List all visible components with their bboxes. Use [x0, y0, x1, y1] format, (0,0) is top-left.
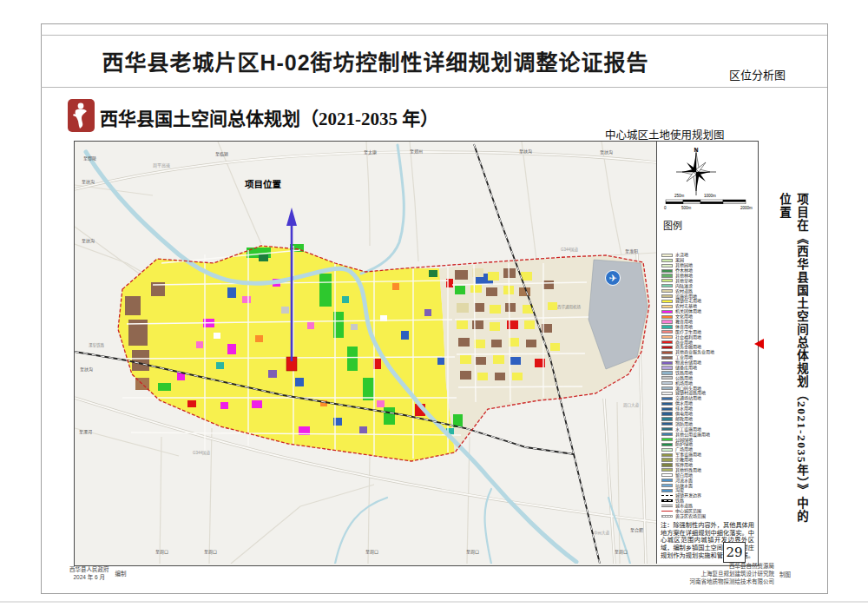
airport-icon: ✈ — [606, 271, 621, 286]
legend-swatch — [661, 412, 673, 415]
map-label: 至周口 — [155, 549, 168, 555]
credit-left-org: 西华县人民政府 — [69, 565, 109, 573]
svg-text:1000m: 1000m — [704, 194, 716, 198]
plan-title: 西华县国土空间总体规划（2021-2035 年） — [100, 104, 438, 130]
legend-label: 机场用地 — [675, 381, 693, 386]
svg-text:500m: 500m — [681, 206, 692, 210]
north-arrow-icon: N — [666, 143, 727, 199]
legend-swatch — [661, 515, 673, 518]
legend-swatch — [661, 269, 673, 273]
legend-swatch — [661, 417, 673, 420]
legend-swatch — [661, 458, 673, 461]
map-label: 至扶沟 — [519, 149, 532, 155]
legend-swatch — [661, 356, 673, 360]
legend-swatch — [661, 463, 673, 466]
legend-item: 黄泛区农场范围 — [661, 513, 757, 518]
legend-label: 河流水面 — [675, 479, 693, 483]
legend-swatch — [661, 340, 673, 344]
legend-swatch — [661, 438, 673, 441]
legend-title: 图例 — [663, 218, 682, 232]
svg-text:250m: 250m — [674, 194, 685, 198]
map-label: G344国道 — [193, 450, 211, 456]
legend-swatch — [661, 264, 673, 267]
legend-swatch — [661, 453, 673, 457]
legend-swatch — [661, 274, 673, 277]
legend-swatch — [661, 346, 673, 349]
legend-swatch — [661, 386, 673, 390]
page-number: 29 — [723, 542, 746, 563]
legend-swatch — [661, 259, 673, 262]
legend-swatch — [661, 376, 673, 380]
credit-right-org: 上海复旦规划建筑设计研究院 — [660, 571, 774, 578]
map-label: 至扶沟 — [80, 366, 93, 373]
map-label: 中州大道 — [594, 530, 609, 536]
legend-swatch — [661, 468, 673, 472]
legend-swatch — [661, 330, 673, 333]
legend-label: 其他公用设施用地 — [675, 432, 710, 437]
legend-swatch — [661, 284, 673, 287]
credit-right-org: 西华县自然资源局 — [660, 563, 774, 571]
map-label: 至扶沟 — [600, 149, 613, 155]
title-rule-top — [41, 35, 827, 36]
legend-swatch — [661, 371, 673, 374]
credit-right-org: 河南省地质物探测绘技术有限公司 — [660, 578, 774, 586]
map-label: 至周口 — [204, 549, 217, 555]
legend-swatch — [661, 473, 673, 477]
credits-right: 西华县自然资源局 上海复旦规划建筑设计研究院 河南省地质物探测绘技术有限公司 — [660, 563, 774, 585]
credit-left-date: 2024 年 6 月 — [69, 573, 109, 581]
svg-text:2000m: 2000m — [740, 206, 753, 210]
legend-swatch — [661, 407, 673, 411]
map-label: 至临颍 — [215, 151, 228, 157]
title-rule-bottom — [41, 87, 827, 88]
location-pointer-arrow — [754, 339, 764, 349]
legend-swatch — [661, 402, 673, 406]
map-label: 西华通用机场 — [557, 304, 581, 310]
landuse-map: ✈ 至鄢陵周平高速至临颍至太康至郑州至扶沟至扶沟至扶沟至扶沟至扶沟至漯河至淮阳漯… — [75, 142, 656, 564]
legend-swatch — [661, 381, 673, 385]
legend-swatch — [661, 310, 673, 314]
legend-label: 社会福利用地 — [675, 335, 701, 340]
legend-swatch — [661, 422, 673, 426]
legend-swatch — [661, 325, 673, 328]
report-title: 西华县老城片区H-02街坊控制性详细规划调整论证报告 — [74, 45, 677, 76]
legend-swatch — [661, 315, 673, 319]
scale-bar: 250m 1000m 0 500m 2000m — [659, 192, 756, 215]
plan-logo — [68, 99, 95, 132]
map-label: 至扶沟 — [82, 179, 95, 185]
legend-swatch — [661, 392, 673, 395]
map-label: 至周口 — [365, 549, 378, 555]
legend-swatch — [661, 320, 673, 323]
legend-swatch — [661, 279, 673, 282]
legend-swatch — [661, 397, 673, 400]
map-label: G344国道 — [561, 247, 579, 253]
legend-swatch — [661, 351, 673, 354]
legend-swatch — [661, 361, 673, 365]
legend-swatch — [661, 300, 673, 303]
map-label: 至郑州 — [410, 149, 423, 155]
credit-left-role: 编制 — [115, 569, 127, 578]
map-label: 至淮阳 — [625, 248, 638, 254]
legend-swatch — [661, 484, 673, 487]
legend-swatch — [661, 489, 673, 492]
legend-swatch — [661, 495, 673, 496]
map-label: 周平高速 — [153, 162, 170, 168]
legend-panel: N 250m 1000m 0 500m 2000m — [656, 142, 758, 564]
legend-swatch — [661, 432, 673, 436]
map-label: 项目位置 — [245, 179, 281, 189]
svg-text:✈: ✈ — [608, 273, 616, 283]
legend-swatch — [661, 427, 673, 431]
map-label: 漯阜铁路 — [89, 342, 104, 348]
legend-swatch — [661, 505, 673, 507]
legend-items: 水浇地果园其他园地乔木林地其他林地其他草地内陆滩涂农村道路设施农用地城镇住宅用地… — [661, 253, 757, 518]
map-label: 至合肥 — [630, 527, 643, 533]
map-label: 至漯河 — [79, 429, 92, 434]
legend-swatch — [661, 479, 673, 482]
legend-label: 水工设施用地 — [675, 427, 701, 432]
map-label: 至扶沟 — [82, 238, 95, 244]
map-label: 至鄢陵 — [83, 155, 96, 162]
legend-swatch — [661, 448, 673, 452]
legend-label: 留白用地 — [675, 473, 693, 478]
credit-right-role: 制图 — [779, 570, 791, 578]
legend-label: 黄泛区农场范围 — [675, 514, 706, 518]
legend-label: 农村道路 — [675, 289, 693, 294]
